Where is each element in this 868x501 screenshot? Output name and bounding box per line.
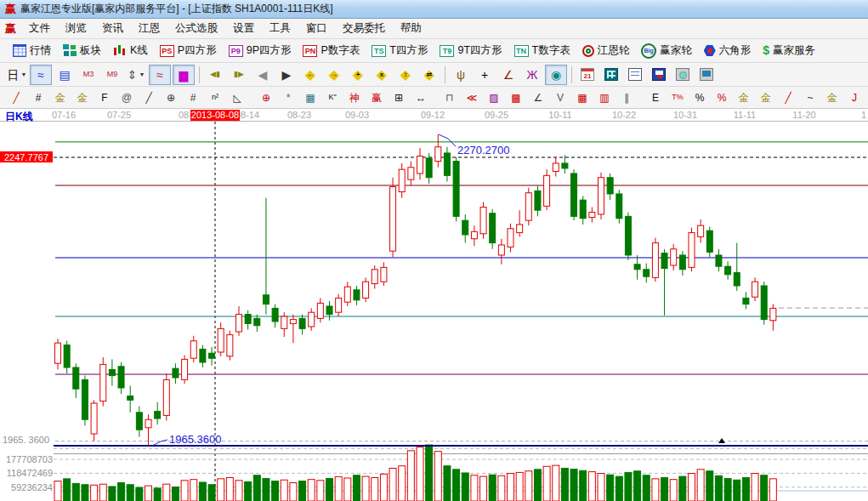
volume-axis-label: 118472469 — [7, 468, 53, 478]
nav-bars-3[interactable]: M3 — [77, 65, 99, 85]
nav-system-tool[interactable] — [695, 65, 718, 85]
menu-item-2[interactable]: 资讯 — [94, 19, 131, 38]
nav-info-panel[interactable]: ▤ — [54, 65, 76, 85]
nav-last-page[interactable]: ▮▶ — [228, 65, 250, 85]
price-tag-label: 2247.7767 — [4, 152, 48, 162]
nav-zigzag-blue-tool[interactable]: ≈ — [30, 65, 52, 85]
toolbar-main-t9-square[interactable]: T99T四方形 — [434, 42, 508, 60]
nav-calendar-21[interactable]: 21 — [576, 65, 599, 85]
nav-volume-profile[interactable]: ▆ — [173, 65, 195, 85]
menu-item-4[interactable]: 公式选股 — [167, 19, 225, 38]
nav-diamond-vertical[interactable]: ◆↕ — [394, 65, 417, 85]
gann-diag-lines[interactable]: ∥ — [616, 88, 637, 107]
toolbar-main-hexagon[interactable]: 六角形 — [698, 42, 757, 60]
gann-shen-grid[interactable]: 神 — [344, 88, 365, 107]
nav-diamond-horizontal[interactable]: ◆⇄ — [418, 65, 440, 85]
volume-bar — [715, 475, 722, 501]
nav-pattern-tool[interactable]: ◉ — [545, 65, 567, 85]
gann-gold-grid-2[interactable]: 金 — [72, 88, 93, 107]
nav-bars-9[interactable]: M9 — [101, 65, 123, 85]
gann-percent[interactable]: % — [689, 88, 710, 107]
menu-item-6[interactable]: 工具 — [262, 19, 298, 38]
gann-ying-grid[interactable]: 赢 — [366, 88, 387, 107]
toolbar-main-t-square[interactable]: TST四方形 — [366, 42, 434, 60]
nav-ribbon-tool[interactable]: Ж — [521, 65, 543, 85]
toolbar-main-p-square[interactable]: PSP四方形 — [154, 42, 223, 60]
nav-zigzag-red-tool[interactable]: ≈ — [149, 65, 171, 85]
gann-span-arrows[interactable]: ↔ — [411, 88, 431, 107]
nav-page-next[interactable]: ▶ — [275, 65, 298, 85]
gann-fan-boxed[interactable]: ▨ — [484, 88, 504, 107]
toolbar-main-winner-wheel[interactable]: Big赢家轮 — [635, 42, 698, 60]
gann-pen-dark[interactable]: ╱ — [139, 88, 159, 107]
gann-target-cross[interactable]: ⊕ — [256, 88, 276, 107]
nav-calculator[interactable] — [600, 65, 622, 85]
gann-angle-ruler[interactable]: ◺ — [227, 88, 247, 107]
menu-item-3[interactable]: 江恩 — [131, 19, 167, 38]
separator — [445, 66, 445, 83]
menu-item-5[interactable]: 设置 — [225, 19, 262, 38]
gann-fan-red[interactable]: ≪ — [462, 88, 482, 107]
gann-gold-circle[interactable]: 金 — [734, 88, 754, 107]
gann-pen-red[interactable]: ╱ — [6, 88, 26, 107]
nav-notepad[interactable] — [624, 65, 646, 85]
toolbar-main-p-number[interactable]: PNP数字表 — [297, 42, 366, 60]
pen-seal-icon: ╱ — [785, 93, 791, 103]
gann-spiral[interactable]: @ — [116, 88, 137, 107]
nav-diamond-expand[interactable]: ◆+ — [347, 65, 369, 85]
gann-gann-lines[interactable]: # — [28, 88, 48, 107]
nav-period-day-dropdown[interactable]: 日▼ — [6, 65, 28, 85]
nav-crosshair-tool[interactable]: + — [474, 65, 496, 85]
chart-area[interactable]: 07-1607-2508-0508-1408-2309-0309-1209-25… — [0, 109, 868, 501]
gann-box-frame[interactable]: ⊓ — [440, 88, 460, 107]
volume-bar — [724, 479, 731, 501]
toolbar-main-t-number[interactable]: TNT数字表 — [508, 42, 576, 60]
nav-web-update[interactable] — [672, 65, 694, 85]
menu-item-7[interactable]: 窗口 — [298, 19, 335, 38]
menu-item-9[interactable]: 帮助 — [393, 19, 429, 38]
menu-item-0[interactable]: 文件 — [21, 19, 58, 38]
nav-diamond-right[interactable]: ◆→ — [323, 65, 345, 85]
toolbar-main-sectors[interactable]: 板块 — [57, 42, 107, 60]
gann-a-wave[interactable]: ~ — [800, 88, 820, 107]
gann-e-measure[interactable]: E — [645, 88, 666, 107]
toolbar-main-quotes[interactable]: 行情 — [7, 42, 57, 60]
toolbar-main-winner-service[interactable]: $赢家服务 — [757, 42, 821, 60]
toolbar-main-gann-wheel[interactable]: 江恩轮 — [576, 42, 636, 60]
gann-ruler-grid[interactable]: ⊞ — [389, 88, 409, 107]
nav-candle-style-dropdown[interactable]: ⇕▼ — [125, 65, 147, 85]
gann-gold-grid-1[interactable]: 金 — [50, 88, 71, 107]
winner-service-label: 赢家服务 — [773, 43, 815, 58]
gann-line-grid[interactable]: # — [183, 88, 203, 107]
gann-gold-angle-1[interactable]: 金 — [822, 88, 842, 107]
gann-k-mark[interactable]: K" — [322, 88, 343, 107]
nav-angle-measure-tool[interactable]: ∠ — [497, 65, 519, 85]
gann-t-percent[interactable]: T% — [667, 88, 688, 107]
gann-n-square[interactable]: n² — [205, 88, 225, 107]
menu-item-8[interactable]: 交易委托 — [335, 19, 393, 38]
nav-page-prev[interactable]: ◀ — [252, 65, 274, 85]
hand-tool-icon: ψ — [457, 69, 465, 81]
toolbar-main-kline[interactable]: K线 — [107, 42, 154, 60]
gann-pen-seal[interactable]: ╱ — [778, 88, 798, 107]
nav-first-page[interactable]: ◀▮ — [204, 65, 226, 85]
gann-grid-red-1[interactable]: ▦ — [572, 88, 593, 107]
gann-v-wave[interactable]: V — [550, 88, 570, 107]
nav-diamond-left[interactable]: ◆← — [299, 65, 321, 85]
menu-item-1[interactable]: 浏览 — [58, 19, 94, 38]
gann-grid-red-2[interactable]: ▥ — [594, 88, 615, 107]
gann-fibo-grid[interactable]: F — [94, 88, 115, 107]
gann-gann-circle[interactable]: ⊕ — [161, 88, 181, 107]
gann-percent-red[interactable]: % — [712, 88, 732, 107]
gann-gold-lines[interactable]: 金 — [756, 88, 776, 107]
toolbar-main-p9-square[interactable]: P99P四方形 — [223, 42, 298, 60]
nav-diamond-shrink[interactable]: ◆x — [371, 65, 393, 85]
gann-angle-lines[interactable]: ∠ — [528, 88, 548, 107]
gann-j-angle[interactable]: J — [844, 88, 865, 107]
gann-box-web[interactable]: ▦ — [300, 88, 321, 107]
gann-star-web[interactable]: * — [278, 88, 298, 107]
nav-save-screen[interactable] — [648, 65, 670, 85]
chart-canvas[interactable]: 07-1607-2508-0508-1408-2309-0309-1209-25… — [0, 109, 868, 501]
nav-hand-tool[interactable]: ψ — [450, 65, 472, 85]
gann-fan-grid[interactable]: ▩ — [506, 88, 526, 107]
